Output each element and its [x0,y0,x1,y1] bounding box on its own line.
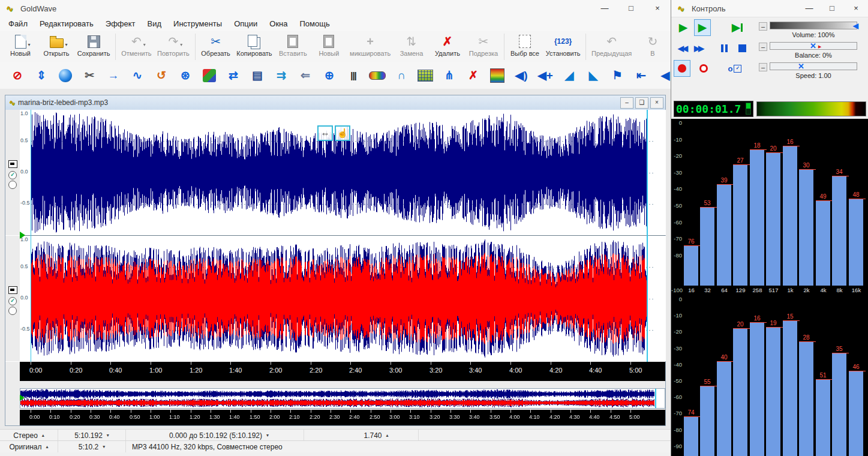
main-time-axis[interactable]: 0:000:200:401:001:201:402:002:202:403:00… [20,362,665,381]
redo-button[interactable]: ↷▾Повторить [154,32,192,61]
doc-close-button[interactable]: × [650,97,663,109]
speaker-add-button[interactable]: ◀+ [536,67,554,85]
minimize-button[interactable]: — [798,0,821,17]
maximize-button[interactable]: □ [821,0,843,17]
stop-button[interactable] [734,40,750,56]
save-button[interactable]: Сохранить [74,32,113,61]
spinner-down-icon[interactable]: ▾ [103,444,105,449]
minimize-button[interactable]: — [591,0,618,17]
exchange-button[interactable]: ⇄ [224,67,242,85]
play-selection-button[interactable]: ▶ [694,19,711,36]
spinner-up-icon[interactable]: ▴ [46,444,49,449]
record-options-button[interactable]: o✓ [726,60,743,77]
flange-button[interactable]: ⇐ [296,67,314,85]
record-button[interactable] [674,60,690,77]
palette-button[interactable] [200,67,218,85]
reverse-button[interactable]: ↺ [152,67,170,85]
open-button[interactable]: ▾Открыть [38,32,74,61]
trim-button[interactable]: ✂Обрезать [198,32,234,61]
balance-decrease-button[interactable]: – [759,43,767,51]
selection-end-line[interactable] [647,110,648,362]
left-channel-mute-toggle[interactable] [8,181,17,189]
doc-restore-button[interactable]: ❑ [635,97,648,109]
copy-button[interactable]: Копировать [234,32,275,61]
doppler-button[interactable]: ⇉ [272,67,290,85]
spectrum-band-button[interactable] [368,67,386,85]
waveform-right-channel[interactable] [31,236,655,361]
menu-file[interactable]: Файл [2,17,34,31]
menu-view[interactable]: Вид [142,17,168,31]
document-titlebar[interactable]: ∿ marina-briz-lebedi-mp3.mp3 – ❑ × [5,95,665,110]
paste-new-button[interactable]: Новый [311,32,347,61]
zoom-field[interactable]: 1.740▴ [334,430,419,441]
clipped-button[interactable]: ↻В [635,32,671,61]
record-new-button[interactable] [695,60,712,77]
left-channel-select-toggle[interactable]: ✓ [8,171,17,179]
new-button[interactable]: ▾Новый [2,32,38,61]
waveform-tool-button[interactable]: ∿ [128,67,146,85]
close-button[interactable]: × [644,0,671,17]
pitch-button[interactable]: ⊕ [320,67,338,85]
overview-selection-end-line[interactable] [655,389,656,408]
state-field[interactable]: Оригинал▴ [0,441,58,452]
selection-drag-handle[interactable]: ☝ [335,125,350,141]
menu-windows[interactable]: Окна [263,17,293,31]
rewind-button[interactable]: ◀◀ [674,40,690,56]
play-to-end-button[interactable]: ▶ [729,19,746,36]
playback-position-marker[interactable] [20,232,25,239]
volume-decrease-button[interactable]: – [759,22,767,31]
previous-button[interactable]: ↶Предыдущая [588,32,635,61]
select-all-button[interactable]: Выбр все [507,32,543,61]
menu-options[interactable]: Опции [228,17,263,31]
offset-button[interactable]: → [104,67,122,85]
balance-slider[interactable]: ✕ ▶ [770,42,857,50]
overview-time-axis[interactable]: 0:000:100:200:300:400:501:001:101:201:30… [20,410,665,425]
monitor-disable-button[interactable]: ⊘ [8,67,26,85]
sphere-button[interactable] [56,67,74,85]
equalizer-button[interactable]: ||| [344,67,362,85]
balance-slider-thumb[interactable]: ✕ [810,41,816,51]
pause-button[interactable] [716,40,732,56]
volume-shape-button[interactable]: ⇕ [32,67,50,85]
speed-decrease-button[interactable]: – [759,63,767,71]
dropdown-arrow-icon[interactable]: ▾ [180,37,182,53]
speed-slider[interactable]: ✕ [770,62,857,70]
volume-slider-thumb[interactable]: ◀ [853,21,858,31]
undo-button[interactable]: ↶▾Отменить [118,32,154,61]
set-selection-button[interactable]: {123}Установить [543,32,583,61]
play-button[interactable]: ▶ [675,19,692,36]
close-button[interactable]: × [843,0,868,17]
mechanize-button[interactable]: ⊛ [176,67,194,85]
dropdown-arrow-icon[interactable]: ▾ [143,37,146,53]
delete-button[interactable]: ✗Удалить [430,32,465,61]
doc-minimize-button[interactable]: – [620,97,633,109]
edge-clipped-button[interactable]: ◀ [656,67,671,85]
dropdown-arrow-icon[interactable]: ▾ [28,37,30,53]
speed-slider-thumb[interactable]: ✕ [798,61,804,71]
length-field[interactable]: 5:10.192▾ [58,430,126,441]
overview-strip[interactable] [20,388,665,409]
paste-button[interactable]: Вставить [275,32,311,61]
crop-button[interactable]: ✂Подрезка [465,32,501,61]
marker-button[interactable]: ⚑ [608,67,626,85]
menu-edit[interactable]: Редактировать [34,17,100,31]
menu-tools[interactable]: Инструменты [167,17,228,31]
envelope-button[interactable]: ▤ [248,67,266,85]
spinner-up-icon[interactable]: ▴ [42,433,44,438]
volume-slider[interactable]: ◀ [770,22,857,29]
menu-effect[interactable]: Эффект [100,17,142,31]
channel-mode-field[interactable]: Стерео▴ [0,430,58,441]
silence-button[interactable]: ✂ [80,67,98,85]
spectrogram-button[interactable] [488,67,506,85]
to-start-button[interactable]: ⇤ [632,67,650,85]
overview-waveform[interactable] [20,389,665,408]
menu-help[interactable]: Помощь [293,17,335,31]
right-channel-thumb-button[interactable] [8,286,17,294]
noise-gate-button[interactable] [416,67,434,85]
maximize-button[interactable]: □ [618,0,644,17]
hall-button[interactable]: ∩ [392,67,410,85]
dropdown-arrow-icon[interactable]: ▾ [65,37,67,53]
speaker-button[interactable]: ◀) [512,67,530,85]
left-channel-thumb-button[interactable] [8,160,17,168]
fast-forward-button[interactable]: ▶▶ [690,40,707,56]
